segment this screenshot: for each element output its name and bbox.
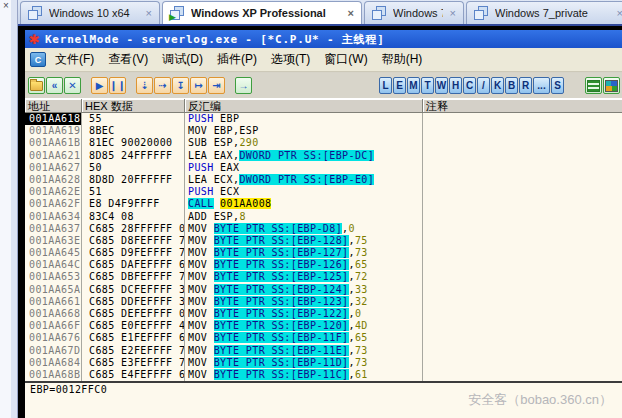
address-cell: 001AA621 [25,150,82,162]
vm-tab[interactable]: Windows 7_private× [466,1,622,24]
window-button-C[interactable]: C [463,77,476,94]
disasm-row[interactable]: 001AA61B81EC 90020000SUB ESP,290 [25,137,622,149]
comment-cell [423,369,622,381]
disasm-row[interactable]: 001AA64CC685 DAFEFFFF 6MOV BYTE PTR SS:[… [25,259,622,271]
window-button-R[interactable]: R [519,77,532,94]
disasm-row[interactable]: 001AA62750PUSH EAX [25,162,622,174]
vm-tab[interactable]: Windows 10 x64× [20,1,160,24]
disasm-row[interactable]: 001AA63483C4 08ADD ESP,8 [25,211,622,223]
window-button-patches[interactable]: / [477,77,490,94]
restart-button[interactable]: « [46,77,63,94]
disasm-row[interactable]: 001AA637C685 28FFFFFF 0MOV BYTE PTR SS:[… [25,223,622,235]
menu-item[interactable]: 查看(V) [108,51,148,68]
vm-tab[interactable]: ▶Windows XP Professional× [162,1,362,24]
window-button-K[interactable]: K [491,77,504,94]
disasm-row[interactable]: 001AA684C685 E3FEFFFF 7MOV BYTE PTR SS:[… [25,357,622,369]
disasm-segment: 4D [355,320,368,331]
comment-cell [423,284,622,296]
window-button-H[interactable]: H [449,77,462,94]
disasm-segment: CALL [188,198,214,209]
hex-bytes-cell: C685 DEFEFFFF 0 [82,308,185,320]
address-cell: 001AA67D [25,345,82,357]
menu-item[interactable]: 窗口(W) [324,51,367,68]
pause-button[interactable]: ❙❙ [109,77,126,94]
disasm-row[interactable]: 001AA676C685 E1FEFFFF 6MOV BYTE PTR SS:[… [25,332,622,344]
vm-tab[interactable]: Windows 7× [364,1,464,24]
disassembly-cell: PUSH ECX [185,186,423,198]
disassembly-cell: MOV BYTE PTR SS:[EBP-124],33 [185,284,423,296]
disasm-row[interactable]: 001AA65AC685 DCFEFFFF 3MOV BYTE PTR SS:[… [25,284,622,296]
cpu-child-window-icon[interactable]: C [30,52,46,67]
disasm-row[interactable]: 001AA668C685 DEFEFFFF 0MOV BYTE PTR SS:[… [25,308,622,320]
go-to-address-button[interactable]: → [235,77,252,94]
disasm-row[interactable]: 001AA653C685 DBFEFFFF 7MOV BYTE PTR SS:[… [25,271,622,283]
vm-tab-label: Windows 7_private [495,7,610,19]
disasm-segment: 65 [355,332,368,343]
menu-item[interactable]: 调试(D) [162,51,203,68]
title-bar[interactable]: ✱ KernelMode - serverlog.exe - [*C.P.U* … [25,30,622,48]
menu-item[interactable]: 插件(P) [217,51,257,68]
menu-item[interactable]: 文件(F) [55,51,94,68]
tab-close-icon[interactable]: × [450,7,456,19]
disasm-row[interactable]: 001AA66FC685 E0FEFFFF 4MOV BYTE PTR SS:[… [25,320,622,332]
address-cell: 001AA62E [25,186,82,198]
disasm-row[interactable]: 001AA62FE8 D4F9FFFFCALL 001AA008 [25,198,622,210]
disasm-row[interactable]: 001AA68BC685 E4FEFFFF 6MOV BYTE PTR SS:[… [25,369,622,381]
tab-close-icon[interactable]: × [146,7,152,19]
disasm-row[interactable]: 001AA62E51PUSH ECX [25,186,622,198]
step-over-button[interactable]: ⇢ [154,77,171,94]
window-button-E[interactable]: E [393,77,406,94]
window-button-M[interactable]: M [407,77,420,94]
sidebar-close-icon[interactable]: × [3,0,9,12]
column-header-address: 地址 [25,99,82,112]
disassembly-cell: MOV BYTE PTR SS:[EBP-125],72 [185,271,423,283]
disasm-segment: MOV [188,284,214,295]
comment-cell [423,271,622,283]
close-program-button[interactable]: ✕ [64,77,81,94]
run-button[interactable]: ▶ [91,77,108,94]
appearance-button[interactable] [603,77,620,94]
animate-into-button[interactable]: ↧ [172,77,189,94]
comment-cell [423,247,622,259]
address-cell: 001AA68B [25,369,82,381]
disasm-segment: BYTE PTR SS:[EBP-123] [214,296,349,307]
menu-item[interactable]: 帮助(H) [382,51,423,68]
vmware-tab-strip: Windows 10 x64×▶Windows XP Professional×… [17,0,622,26]
address-cell: 001AA628 [25,174,82,186]
toolbar: «✕▶❙❙⇣⇢↧↦⇥→LEMTWHC/KBR...S [25,73,622,98]
animate-over-button[interactable]: ↦ [190,77,207,94]
disasm-segment: MOV [188,259,214,270]
execute-till-return-button[interactable]: ⇥ [208,77,225,94]
window-button-L[interactable]: L [379,77,392,94]
disasm-row[interactable]: 001AA6198BECMOV EBP,ESP [25,125,622,137]
hex-bytes-cell: C685 E3FEFFFF 7 [82,357,185,369]
windows-list-button[interactable] [585,77,602,94]
address-cell: 001AA684 [25,357,82,369]
disasm-row[interactable]: 001AA6218D85 24FFFFFFLEA EAX,DWORD PTR S… [25,150,622,162]
disasm-row[interactable]: 001AA67DC685 E2FEFFFF 7MOV BYTE PTR SS:[… [25,345,622,357]
window-button-T[interactable]: T [421,77,434,94]
menu-item[interactable]: 选项(T) [271,51,310,68]
disasm-row[interactable]: 001AA661C685 DDFEFFFF 3MOV BYTE PTR SS:[… [25,296,622,308]
disasm-segment: 72 [355,271,368,282]
comment-cell [423,345,622,357]
tab-close-icon[interactable]: × [617,7,622,19]
disasm-row[interactable]: 001AA645C685 D9FEFFFF 7MOV BYTE PTR SS:[… [25,247,622,259]
tab-close-icon[interactable]: × [348,7,354,19]
step-into-button[interactable]: ⇣ [136,77,153,94]
disassembly-cell: MOV BYTE PTR SS:[EBP-11D],73 [185,357,423,369]
vm-running-play-icon: ▶ [169,13,176,22]
window-button-W[interactable]: W [435,77,448,94]
disassembly-cell: PUSH EAX [185,162,423,174]
disasm-row[interactable]: 001AA63EC685 D8FEFFFF 7MOV BYTE PTR SS:[… [25,235,622,247]
vm-icon-square [474,10,484,20]
window-button-B[interactable]: B [505,77,518,94]
hex-bytes-cell: C685 DBFEFFFF 7 [82,271,185,283]
disassembly-cell: MOV BYTE PTR SS:[EBP-11E],73 [185,345,423,357]
disasm-row[interactable]: 001AA6288D8D 20FFFFFFLEA ECX,DWORD PTR S… [25,174,622,186]
disasm-row[interactable]: 001AA61855PUSH EBP [25,113,622,125]
open-file-button[interactable] [28,77,45,94]
disasm-segment: MOV [188,235,214,246]
window-button-S[interactable]: S [551,77,564,94]
window-button-runtrace[interactable]: ... [533,77,550,94]
